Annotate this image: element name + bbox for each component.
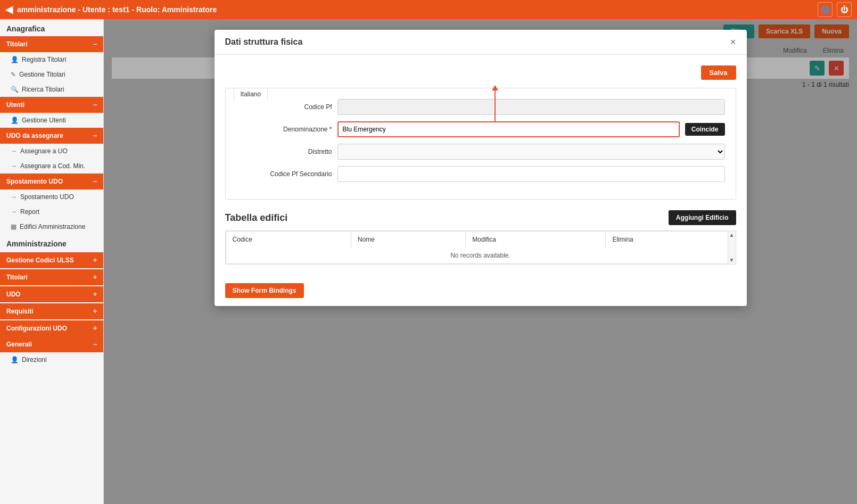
sidebar-group-generali[interactable]: Generali − [0,336,103,352]
sidebar-item-label: Gestione Utenti [22,117,66,124]
denominazione-label: Denominazione * [236,126,332,133]
sidebar-group-udo-admin[interactable]: UDO + [0,286,103,302]
sidebar-group-toggle: + [93,257,97,264]
arrow-icon: → [11,147,17,155]
modal-title: Dati struttura fisica [225,37,303,47]
content-area: Filtro Scarica XLS Nuova Modifica Elimin… [104,19,857,504]
person-icon: 👤 [11,56,19,63]
modal-close-button[interactable]: × [730,37,736,47]
sidebar-group-label: Titolari [6,274,28,281]
sidebar-group-label: UDO [6,291,21,298]
form-row-denominazione: Denominazione * Coincide [236,121,725,137]
sidebar-group-titolari-label: Titolari [6,40,28,48]
coincide-button[interactable]: Coincide [685,123,725,136]
sidebar-group-label: Generali [6,341,32,348]
tabella-edifici-wrapper: Codice Nome Modifica Elimina No records … [225,230,736,265]
arrow-icon: → [11,208,17,216]
codice-pf-sec-label: Codice Pf Secondario [236,170,332,178]
modal-body: Salva Italiano Codice Pf Denominazione * [215,55,747,275]
aggiungi-edificio-button[interactable]: Aggiungi Edificio [669,210,736,225]
sidebar-group-label: Requisiti [6,308,34,315]
grid-icon: ▦ [11,223,17,230]
sidebar-item-label: Edifici Amministrazione [20,223,85,230]
sidebar-group-toggle: + [93,274,97,281]
sidebar-group-titolari-admin[interactable]: Titolari + [0,269,103,285]
sidebar-item-label: Assegnare a Cod. Min. [20,162,85,170]
sidebar-group-udo-toggle: − [93,132,97,139]
salva-button[interactable]: Salva [701,65,736,80]
modal-footer: Show Form Bindings [215,275,747,306]
topbar: ◀ amministrazione - Utente : test1 - Ruo… [0,0,857,19]
sidebar-item-label: Spostamento UDO [20,193,74,201]
no-records-message: No records available. [226,247,735,264]
sidebar-item-gestione-titolari[interactable]: ✎ Gestione Titolari [0,67,103,82]
sidebar-group-gestione-codici[interactable]: Gestione Codici ULSS + [0,252,103,268]
search-icon: 🔍 [11,86,19,93]
sidebar-item-spostamento-udo[interactable]: → Spostamento UDO [0,189,103,204]
sidebar-group-toggle: + [93,291,97,298]
topbar-globe-icon[interactable]: 🌐 [818,2,833,17]
distretto-select[interactable] [337,144,725,160]
modal-overlay: Dati struttura fisica × Salva Italiano C [104,19,857,504]
sidebar-group-toggle: + [93,308,97,315]
tabella-edifici: Codice Nome Modifica Elimina No records … [226,231,736,264]
form-row-codice-pf-sec: Codice Pf Secondario [236,166,725,182]
sidebar-group-udo-assegnare[interactable]: UDO da assegnare − [0,128,103,144]
sidebar-item-label: Registra Titolari [22,56,66,63]
sidebar-item-registra-titolari[interactable]: 👤 Registra Titolari [0,52,103,67]
sidebar-group-label: Configurazioni UDO [6,325,67,332]
sidebar-group-configurazioni[interactable]: Configurazioni UDO + [0,320,103,336]
sidebar-item-gestione-utenti[interactable]: 👤 Gestione Utenti [0,113,103,128]
col-modifica: Modifica [466,232,606,248]
sidebar-group-requisiti[interactable]: Requisiti + [0,303,103,319]
table-scroll-bar[interactable]: ▲ ▼ [728,231,736,264]
sidebar-group-utenti-toggle: − [93,101,97,109]
form-row-distretto: Distretto [236,144,725,160]
modal: Dati struttura fisica × Salva Italiano C [215,30,747,306]
edit-icon: ✎ [11,71,16,78]
show-form-bindings-button[interactable]: Show Form Bindings [225,283,304,298]
sidebar-main-section: Anagrafica [0,19,103,36]
sidebar-item-report[interactable]: → Report [0,204,103,219]
person-icon: 👤 [11,117,19,124]
modal-header: Dati struttura fisica × [215,30,747,55]
denominazione-input[interactable] [337,121,680,137]
sidebar-group-spostamento-toggle: − [93,178,97,185]
sidebar-item-label: Ricerca Titolari [22,86,64,93]
sidebar-item-ricerca-titolari[interactable]: 🔍 Ricerca Titolari [0,82,103,97]
distretto-label: Distretto [236,148,332,155]
topbar-back-arrow[interactable]: ◀ [5,4,13,15]
col-nome: Nome [351,232,465,248]
sidebar-item-assegnare-cod-min[interactable]: → Assegnare a Cod. Min. [0,159,103,173]
form-container: Italiano Codice Pf Denominazione * Coinc… [225,88,736,200]
sidebar-group-utenti[interactable]: Utenti − [0,97,103,113]
topbar-title: amministrazione - Utente : test1 - Ruolo… [17,5,217,14]
sidebar-item-edifici-amministrazione[interactable]: ▦ Edifici Amministrazione [0,219,103,234]
person-icon: 👤 [11,356,19,363]
table-empty-row: No records available. [226,247,735,264]
sidebar: Anagrafica Titolari − 👤 Registra Titolar… [0,19,104,504]
codice-pf-label: Codice Pf [236,103,332,111]
topbar-power-icon[interactable]: ⏻ [837,2,852,17]
sidebar-group-spostamento[interactable]: Spostamento UDO − [0,173,103,189]
sidebar-admin-section: Amministrazione [0,234,103,251]
sidebar-group-spostamento-label: Spostamento UDO [6,178,63,185]
scroll-up-icon[interactable]: ▲ [728,231,736,239]
sidebar-group-titolari-toggle: − [93,40,97,48]
tabella-edifici-title: Tabella edifici [225,212,288,224]
sidebar-item-label: Gestione Titolari [19,71,65,78]
tabella-edifici-header: Tabella edifici Aggiungi Edificio [225,210,736,225]
sidebar-item-direzioni[interactable]: 👤 Direzioni [0,352,103,367]
col-elimina: Elimina [606,232,735,248]
sidebar-group-titolari[interactable]: Titolari − [0,36,103,52]
scroll-down-icon[interactable]: ▼ [728,256,736,264]
sidebar-item-assegnare-uo[interactable]: → Assegnare a UO [0,144,103,159]
codice-pf-sec-input[interactable] [337,166,725,182]
codice-pf-input[interactable] [337,99,725,115]
sidebar-group-utenti-label: Utenti [6,101,24,109]
sidebar-group-label: Gestione Codici ULSS [6,257,74,264]
form-tab-italiano[interactable]: Italiano [234,88,268,101]
sidebar-item-label: Report [20,208,39,216]
col-codice: Codice [226,232,351,248]
sidebar-group-udo-label: UDO da assegnare [6,132,63,139]
